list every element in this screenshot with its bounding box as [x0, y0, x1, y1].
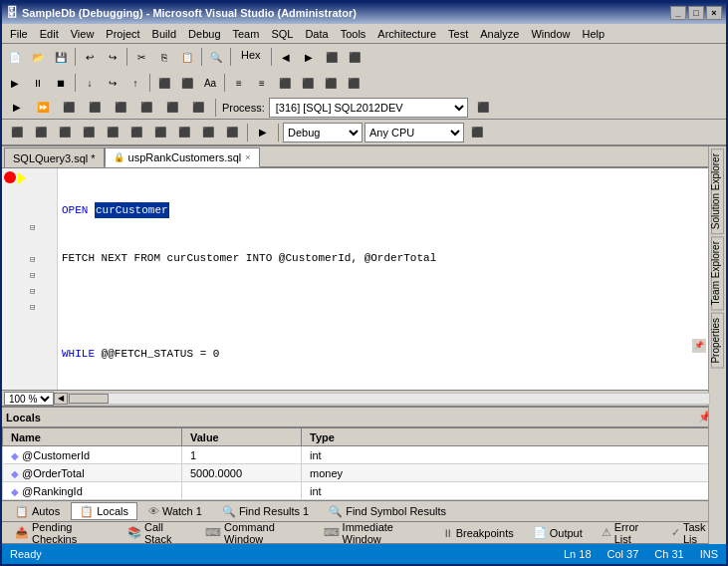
menu-help[interactable]: Help	[577, 26, 611, 42]
menu-file[interactable]: File	[4, 26, 34, 42]
proc-btn2[interactable]: ⏩	[32, 97, 54, 119]
tb2-3[interactable]: ⏹	[50, 72, 72, 94]
debug-btn2[interactable]: ⬛	[30, 122, 52, 143]
tab-usprank[interactable]: 🔒 uspRankCustomers.sql ×	[105, 147, 260, 167]
proc-extra[interactable]: ⬛	[472, 97, 494, 119]
toolbar-btn-a[interactable]: ◀	[275, 46, 297, 68]
new-file-btn[interactable]: 📄	[4, 46, 26, 68]
callstack-icon: 📚	[127, 526, 141, 539]
tb2-7[interactable]: ⬛	[153, 72, 175, 94]
debug-run[interactable]: ▶	[252, 122, 274, 143]
tab-error-list[interactable]: ⚠ Error List	[593, 524, 661, 542]
proc-btn3[interactable]: ⬛	[58, 97, 80, 119]
tb2-12[interactable]: ⬛	[274, 72, 296, 94]
tab-watch1[interactable]: 👁 Watch 1	[139, 502, 211, 520]
debug-btn5[interactable]: ⬛	[102, 122, 123, 143]
debug-btn4[interactable]: ⬛	[78, 122, 100, 143]
tb2-1[interactable]: ▶	[4, 72, 26, 94]
find-btn[interactable]: 🔍	[205, 46, 227, 68]
hex-btn[interactable]: Hex	[234, 46, 268, 68]
tab-locals[interactable]: 📋 Locals	[71, 502, 137, 520]
menu-build[interactable]: Build	[146, 26, 182, 42]
tab-breakpoints[interactable]: ⏸ Breakpoints	[433, 524, 523, 542]
tab-autos[interactable]: 📋 Autos	[6, 502, 69, 520]
debug-extra[interactable]: ⬛	[466, 122, 488, 143]
menu-debug[interactable]: Debug	[182, 26, 226, 42]
tab-command-window[interactable]: ⌨ Command Window	[196, 524, 314, 542]
tab-immediate-window[interactable]: ⌨ Immediate Window	[315, 524, 432, 542]
debug-btn1[interactable]: ⬛	[6, 122, 28, 143]
proc-btn4[interactable]: ⬛	[84, 97, 106, 119]
tb2-4[interactable]: ↓	[79, 72, 101, 94]
proc-btn7[interactable]: ⬛	[161, 97, 183, 119]
open-btn[interactable]: 📂	[27, 46, 49, 68]
close-button[interactable]: ×	[706, 6, 722, 20]
save-btn[interactable]: 💾	[50, 46, 72, 68]
menu-test[interactable]: Test	[442, 26, 474, 42]
tab-find-results[interactable]: 🔍 Find Results 1	[213, 502, 318, 520]
tb2-15[interactable]: ⬛	[343, 72, 364, 94]
tb2-13[interactable]: ⬛	[297, 72, 319, 94]
tb2-11[interactable]: ≡	[251, 72, 273, 94]
debug-config-dropdown[interactable]: Debug	[283, 123, 363, 142]
zoom-dropdown[interactable]: 100 %	[4, 392, 54, 406]
menu-team[interactable]: Team	[227, 26, 266, 42]
debug-platform-dropdown[interactable]: Any CPU	[364, 123, 464, 142]
redo-btn[interactable]: ↪	[102, 46, 123, 68]
paste-btn[interactable]: 📋	[176, 46, 198, 68]
proc-btn6[interactable]: ⬛	[135, 97, 157, 119]
proc-btn5[interactable]: ⬛	[110, 97, 131, 119]
tab-close-icon[interactable]: ×	[245, 152, 250, 162]
menu-architecture[interactable]: Architecture	[371, 26, 442, 42]
tb2-6[interactable]: ↑	[124, 72, 146, 94]
maximize-button[interactable]: □	[688, 6, 704, 20]
tb2-2[interactable]: ⏸	[27, 72, 49, 94]
hscroll-thumb[interactable]	[69, 394, 109, 404]
menu-data[interactable]: Data	[299, 26, 334, 42]
team-explorer-tab[interactable]: Team Explorer	[711, 236, 724, 310]
tb2-14[interactable]: ⬛	[320, 72, 342, 94]
tab-output[interactable]: 📄 Output	[524, 524, 592, 542]
gutter-line-1	[2, 170, 57, 186]
debug-btn7[interactable]: ⬛	[149, 122, 171, 143]
debug-btn8[interactable]: ⬛	[173, 122, 195, 143]
tab-pending-checkins[interactable]: 📤 Pending Checkins	[6, 524, 118, 542]
copy-btn[interactable]: ⎘	[153, 46, 175, 68]
toolbar-btn-d[interactable]: ⬛	[344, 46, 365, 68]
properties-tab[interactable]: Properties	[711, 313, 724, 369]
menu-window[interactable]: Window	[525, 26, 576, 42]
minimize-button[interactable]: _	[670, 6, 686, 20]
debug-btn10[interactable]: ⬛	[221, 122, 243, 143]
debug-btn3[interactable]: ⬛	[54, 122, 76, 143]
menu-tools[interactable]: Tools	[335, 26, 372, 42]
tb2-10[interactable]: ≡	[228, 72, 250, 94]
tab-find-symbol[interactable]: 🔍 Find Symbol Results	[320, 502, 455, 520]
menu-view[interactable]: View	[65, 26, 101, 42]
menu-analyze[interactable]: Analyze	[474, 26, 525, 42]
tb2-9[interactable]: Aa	[199, 72, 221, 94]
code-editor[interactable]: OPEN curCustomer FETCH NEXT FROM curCust…	[58, 168, 710, 390]
proc-btn8[interactable]: ⬛	[187, 97, 209, 119]
hscroll-left-arrow[interactable]: ◀	[54, 393, 68, 405]
proc-btn1[interactable]: ▶	[6, 97, 28, 119]
tab-sqlquery3[interactable]: SQLQuery3.sql *	[4, 147, 105, 167]
debug-btn9[interactable]: ⬛	[197, 122, 219, 143]
debug-btn6[interactable]: ⬛	[125, 122, 147, 143]
tb2-8[interactable]: ⬛	[176, 72, 198, 94]
toolbar-btn-b[interactable]: ▶	[298, 46, 320, 68]
menu-edit[interactable]: Edit	[34, 26, 65, 42]
status-ready: Ready	[6, 548, 46, 560]
cut-btn[interactable]: ✂	[130, 46, 152, 68]
pin-btn[interactable]: 📌	[692, 339, 706, 353]
solution-explorer-tab[interactable]: Solution Explorer	[711, 148, 724, 234]
hscroll-track[interactable]	[68, 393, 710, 405]
tab-call-stack[interactable]: 📚 Call Stack	[119, 524, 195, 542]
tb2-5[interactable]: ↪	[102, 72, 123, 94]
menu-project[interactable]: Project	[100, 26, 145, 42]
undo-btn[interactable]: ↩	[79, 46, 101, 68]
process-dropdown[interactable]: [316] [SQL] SQL2012DEV	[269, 98, 468, 118]
menu-sql[interactable]: SQL	[265, 26, 299, 42]
sep4	[230, 48, 231, 66]
gutter-line-2	[2, 186, 57, 202]
toolbar-btn-c[interactable]: ⬛	[321, 46, 343, 68]
